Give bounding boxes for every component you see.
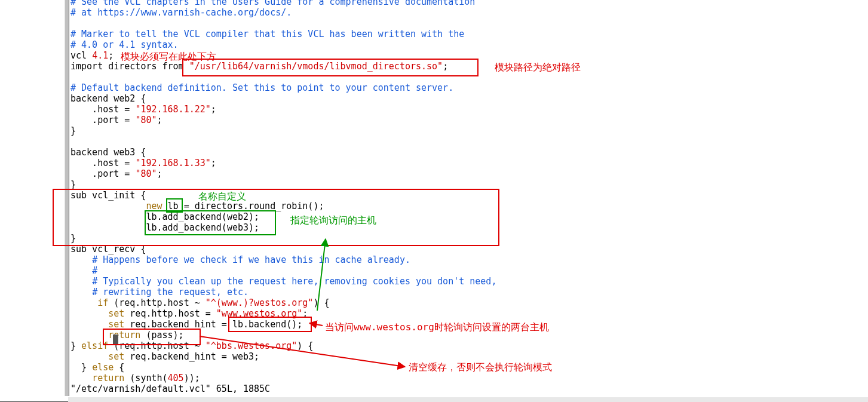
- code-line[interactable]: .host = "192.168.1.33";: [70, 158, 216, 168]
- line-gutter: [65, 0, 69, 396]
- code-line[interactable]: } elsif (req.http.host ~ "^bbs.westos.or…: [70, 340, 313, 351]
- annot-rr-when-westos: 当访问www.westos.org时轮询访问设置的两台主机: [325, 322, 549, 333]
- code-line[interactable]: sub vcl_init {: [70, 190, 146, 201]
- code-line[interactable]: set req.http.host = "www.westos.org";: [70, 308, 308, 319]
- code-line[interactable]: set req.backend_hint = web3;: [70, 351, 259, 362]
- code-line[interactable]: # Typically you clean up the request her…: [70, 276, 496, 287]
- annot-module-below: 模块必须写在此处下方: [121, 51, 216, 62]
- code-line[interactable]: # Happens before we check if we have thi…: [70, 254, 410, 265]
- text-cursor: [113, 335, 118, 344]
- code-line[interactable]: # 4.0 or 4.1 syntax.: [70, 39, 179, 50]
- code-line[interactable]: .host = "192.168.1.22";: [70, 104, 216, 115]
- code-line[interactable]: backend web2 {: [70, 93, 146, 104]
- code-line[interactable]: new lb = directors.round_robin();: [70, 201, 324, 211]
- code-line[interactable]: if (req.http.host ~ "^(www.)?westos.org"…: [70, 297, 330, 308]
- code-line[interactable]: backend web3 {: [70, 147, 146, 158]
- code-line[interactable]: return (synth(405));: [70, 373, 200, 383]
- code-line[interactable]: "/etc/varnish/default.vcl" 65L, 1885C: [70, 383, 270, 394]
- code-line[interactable]: # at https://www.varnish-cache.org/docs/…: [70, 7, 292, 18]
- code-line[interactable]: lb.add_backend(web2);: [70, 211, 259, 222]
- code-line[interactable]: set req.backend_hint = lb.backend();: [70, 319, 302, 330]
- code-line[interactable]: #: [70, 265, 97, 276]
- code-line[interactable]: # Marker to tell the VCL compiler that t…: [70, 29, 464, 39]
- code-line[interactable]: } else {: [70, 362, 124, 373]
- code-line[interactable]: .port = "80";: [70, 115, 162, 125]
- editor: # See the VCL chapters in the Users Guid…: [0, 0, 868, 402]
- code-line[interactable]: import directors from "/usr/lib64/varnis…: [70, 61, 448, 72]
- annot-module-path: 模块路径为绝对路径: [495, 62, 581, 73]
- code-line[interactable]: }: [70, 179, 76, 190]
- status-bar: [68, 397, 868, 402]
- code-line[interactable]: .port = "80";: [70, 168, 162, 179]
- code-line[interactable]: # See the VCL chapters in the Users Guid…: [70, 0, 475, 7]
- annot-name-custom: 名称自定义: [198, 191, 246, 202]
- code-line[interactable]: lb.add_backend(web3);: [70, 222, 259, 233]
- code-line[interactable]: # Default backend definition. Set this t…: [70, 82, 453, 93]
- code-line[interactable]: # rewriting the request, etc.: [70, 287, 249, 297]
- code-line[interactable]: sub vcl_recv {: [70, 244, 146, 254]
- annot-clear-cache: 清空缓存，否则不会执行轮询模式: [409, 362, 552, 373]
- code-line[interactable]: }: [70, 233, 76, 244]
- annot-specify-hosts: 指定轮询访问的主机: [290, 215, 376, 226]
- code-line[interactable]: }: [70, 125, 76, 136]
- code-line[interactable]: vcl 4.1;: [70, 50, 114, 61]
- code-line[interactable]: return (pass);: [70, 330, 184, 340]
